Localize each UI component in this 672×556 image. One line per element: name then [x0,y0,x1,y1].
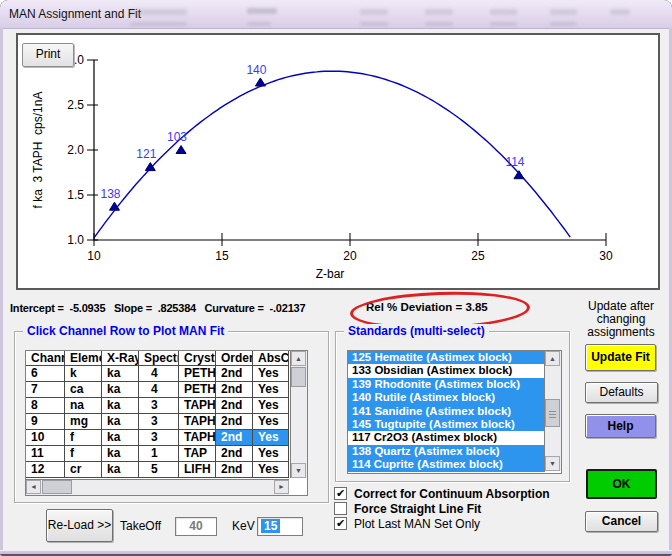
standard-list-item[interactable]: 139 Rhodonite (Astimex block) [348,378,545,391]
table-cell[interactable]: 2nd [216,382,253,398]
table-cell[interactable]: ka [102,398,139,414]
table-row[interactable]: 7caka4PETH2ndYes [26,382,289,398]
scrollbar-thumb[interactable] [291,367,306,387]
channel-table[interactable]: ChannElemeX-RaySpectrCrystaOrderAbsCor 6… [25,350,308,496]
table-cell[interactable]: ka [102,414,139,430]
table-cell[interactable]: Yes [253,414,289,430]
table-cell[interactable]: 2nd [216,430,253,446]
standards-listbox[interactable]: 125 Hematite (Astimex block)133 Obsidian… [347,350,562,474]
table-cell[interactable]: 6 [26,366,65,382]
table-cell[interactable]: 2nd [216,414,253,430]
kev-field[interactable]: 15 [257,517,303,536]
list-vertical-scrollbar[interactable]: ▲ ▼ [544,351,561,471]
scroll-down-icon[interactable]: ▼ [545,456,560,471]
table-cell[interactable]: 2nd [216,446,253,462]
table-cell[interactable]: Yes [253,382,289,398]
table-cell[interactable]: f [65,430,102,446]
cancel-button[interactable]: Cancel [585,511,658,532]
table-cell[interactable]: Yes [253,366,289,382]
ok-button[interactable]: OK [586,469,657,499]
print-button[interactable]: Print [22,43,74,67]
standard-list-item[interactable]: 117 Cr2O3 (Astimex block) [348,431,545,444]
table-row[interactable]: 11fka1TAP2ndYes [26,446,289,462]
table-cell[interactable]: TAPH [179,398,216,414]
table-cell[interactable]: ka [102,446,139,462]
checked-checkbox-icon[interactable]: ✔ [334,487,347,500]
table-cell[interactable]: mg [65,414,102,430]
table-cell[interactable]: f [65,446,102,462]
scrollbar-thumb[interactable] [545,399,560,427]
table-cell[interactable]: TAP [179,446,216,462]
table-cell[interactable]: 3 [139,398,179,414]
table-cell[interactable]: cr [65,462,102,478]
standard-list-item[interactable]: 141 Sanidine (Astimex block) [348,405,545,418]
table-cell[interactable]: 12 [26,462,65,478]
table-cell[interactable]: Yes [253,398,289,414]
table-cell[interactable]: LIFH [179,462,216,478]
table-vertical-scrollbar[interactable]: ▲ ▼ [290,351,307,478]
checkbox-row[interactable]: ✔Plot Last MAN Set Only [334,516,550,531]
table-cell[interactable]: TAPH [179,414,216,430]
table-cell[interactable]: TAPH [179,430,216,446]
reload-button[interactable]: Re-Load >> [46,509,113,542]
table-cell[interactable]: 7 [26,382,65,398]
table-cell[interactable]: k [65,366,102,382]
table-cell[interactable]: 5 [139,462,179,478]
svg-text:1.0: 1.0 [67,233,84,247]
scroll-down-icon[interactable]: ▼ [291,463,306,478]
table-horizontal-scrollbar[interactable]: ◄ ► [26,479,289,495]
table-row[interactable]: 10fka3TAPH2ndYes [26,430,289,446]
table-cell[interactable]: 2nd [216,398,253,414]
table-cell[interactable]: 8 [26,398,65,414]
table-cell[interactable]: ka [102,430,139,446]
standard-list-item[interactable]: 114 Cuprite (Astimex block) [348,458,545,471]
table-row[interactable]: 9mgka3TAPH2ndYes [26,414,289,430]
scroll-up-icon[interactable]: ▲ [545,351,560,366]
standard-list-item[interactable]: 140 Rutile (Astimex block) [348,391,545,404]
scroll-up-icon[interactable]: ▲ [291,351,306,366]
scroll-left-icon[interactable]: ◄ [26,480,41,494]
standard-list-item[interactable]: 145 Tugtupite (Astimex block) [348,418,545,431]
table-row[interactable]: 8naka3TAPH2ndYes [26,398,289,414]
table-cell[interactable]: Yes [253,462,289,478]
table-cell[interactable]: ka [102,462,139,478]
checkbox-row[interactable]: Force Straight Line Fit [334,501,550,516]
takeoff-field[interactable]: 40 [175,517,217,536]
svg-text:114: 114 [505,155,524,169]
checkbox-row[interactable]: ✔Correct for Continuum Absorption [334,486,550,501]
scrollbar-thumb[interactable] [42,480,72,494]
table-cell[interactable]: 9 [26,414,65,430]
table-cell[interactable]: PETH [179,382,216,398]
table-cell[interactable]: 1 [139,446,179,462]
table-cell[interactable]: Yes [253,446,289,462]
table-cell[interactable]: ca [65,382,102,398]
table-cell[interactable]: 3 [139,414,179,430]
standard-list-item[interactable]: 138 Quartz (Astimex block) [348,445,545,458]
background-window-artifact [550,9,577,15]
table-cell[interactable]: 4 [139,382,179,398]
table-cell[interactable]: na [65,398,102,414]
svg-text:20: 20 [343,249,357,263]
table-cell[interactable]: 10 [26,430,65,446]
defaults-button[interactable]: Defaults [585,382,658,403]
table-cell[interactable]: PETH [179,366,216,382]
standard-list-item[interactable]: 133 Obsidian (Astimex block) [348,364,545,377]
table-cell[interactable]: 11 [26,446,65,462]
table-cell[interactable]: 2nd [216,462,253,478]
table-row[interactable]: 12crka5LIFH2ndYes [26,462,289,478]
table-cell[interactable]: 3 [139,430,179,446]
update-fit-button[interactable]: Update Fit [585,344,656,371]
title-bar[interactable]: MAN Assignment and Fit [0,0,672,29]
column-header: X-Ray [102,351,139,366]
table-cell[interactable]: 2nd [216,366,253,382]
table-row[interactable]: 6kka4PETH2ndYes [26,366,289,382]
table-cell[interactable]: Yes [253,430,289,446]
table-cell[interactable]: ka [102,366,139,382]
help-button[interactable]: Help [585,414,656,438]
scroll-right-icon[interactable]: ► [274,480,289,494]
standard-list-item[interactable]: 125 Hematite (Astimex block) [348,351,545,364]
table-cell[interactable]: ka [102,382,139,398]
unchecked-checkbox-icon[interactable] [334,502,347,515]
checked-checkbox-icon[interactable]: ✔ [334,517,347,530]
table-cell[interactable]: 4 [139,366,179,382]
